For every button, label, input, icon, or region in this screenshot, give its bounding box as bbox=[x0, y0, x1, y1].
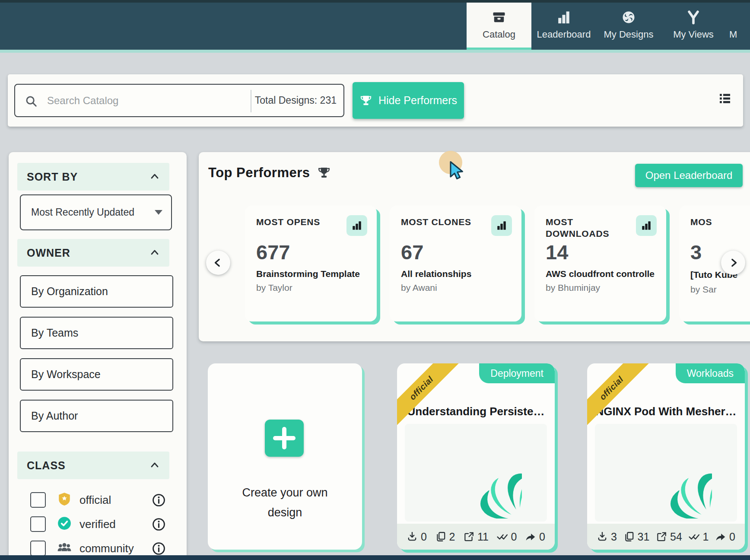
carousel-prev-button[interactable] bbox=[206, 251, 230, 275]
official-checkbox[interactable] bbox=[30, 492, 46, 508]
catalog-page: Catalog Leaderboard bbox=[0, 0, 750, 560]
search-icon bbox=[25, 95, 38, 109]
class-header[interactable]: CLASS bbox=[17, 452, 169, 479]
double-check-icon bbox=[689, 531, 700, 542]
tab-label: Catalog bbox=[483, 29, 515, 40]
type-badge[interactable]: Deployment bbox=[479, 363, 555, 383]
verified-checkbox[interactable] bbox=[30, 516, 46, 532]
by-organization-button[interactable]: By Organization bbox=[20, 275, 173, 308]
open-icon bbox=[656, 531, 667, 542]
verify-stat[interactable]: 1 bbox=[689, 531, 709, 543]
design-card-understanding-persistent[interactable]: official Deployment Understanding Persis… bbox=[397, 363, 555, 550]
by-workspace-button[interactable]: By Workspace bbox=[20, 358, 173, 391]
list-view-icon[interactable] bbox=[718, 92, 732, 107]
performer-card-most-clones[interactable]: MOST CLONES 67 All relationships by Awan… bbox=[390, 206, 521, 321]
class-item-label: community bbox=[79, 542, 134, 555]
plus-icon[interactable] bbox=[265, 420, 304, 457]
class-item-label: official bbox=[79, 493, 111, 507]
stat-value: 0 bbox=[421, 531, 427, 543]
sort-dropdown-value: Most Recently Updated bbox=[31, 207, 134, 218]
share-stat[interactable]: 0 bbox=[715, 531, 735, 543]
info-icon[interactable] bbox=[152, 518, 165, 531]
total-designs-count: Total Designs: 231 bbox=[255, 85, 337, 116]
sort-by-header[interactable]: SORT BY bbox=[17, 163, 169, 191]
double-check-icon bbox=[497, 531, 508, 542]
stat-value: 0 bbox=[729, 531, 735, 543]
trophy-icon bbox=[359, 94, 372, 107]
chart-icon bbox=[491, 215, 512, 236]
performer-card-most-downloads[interactable]: MOST DOWNLOADS 14 AWS cloudfront control… bbox=[534, 206, 666, 321]
create-label-line2: design bbox=[208, 503, 362, 522]
design-author: by Bhuminjay bbox=[546, 283, 655, 293]
clone-stat[interactable]: 31 bbox=[623, 531, 650, 543]
tab-my-designs[interactable]: My Designs bbox=[596, 0, 661, 50]
meshery-spiral-icon bbox=[620, 427, 712, 519]
chevron-up-icon[interactable] bbox=[149, 460, 160, 471]
class-item-label: verified bbox=[79, 518, 116, 531]
button-label: By Organization bbox=[31, 285, 108, 298]
design-author: by Sar bbox=[690, 284, 750, 295]
type-badge[interactable]: Workloads bbox=[676, 363, 745, 383]
owner-label: OWNER bbox=[27, 247, 70, 259]
tab-label: My Views bbox=[673, 29, 714, 40]
search-box[interactable]: Total Designs: 231 bbox=[14, 84, 344, 117]
nav-tabs: Catalog Leaderboard bbox=[467, 0, 750, 50]
stat-value: 2 bbox=[449, 531, 455, 543]
tab-leaderboard[interactable]: Leaderboard bbox=[531, 0, 596, 50]
chevron-up-icon[interactable] bbox=[149, 248, 160, 258]
tab-label: Leaderboard bbox=[537, 29, 591, 40]
hide-performers-label: Hide Performers bbox=[378, 94, 457, 107]
performer-card-most-opens[interactable]: MOST OPENS 677 Brainstorming Template by… bbox=[245, 206, 377, 321]
design-stats: 3 31 54 1 0 bbox=[587, 524, 745, 550]
stat-value: 11 bbox=[477, 531, 489, 543]
community-checkbox[interactable] bbox=[30, 541, 46, 556]
meshery-spiral-icon bbox=[621, 10, 636, 25]
info-icon[interactable] bbox=[152, 493, 165, 507]
class-filter-verified[interactable]: verified bbox=[26, 513, 181, 535]
by-teams-button[interactable]: By Teams bbox=[20, 317, 173, 349]
class-filter-official[interactable]: official bbox=[26, 489, 181, 511]
archive-icon bbox=[491, 10, 507, 25]
by-author-button[interactable]: By Author bbox=[20, 400, 173, 432]
open-stat[interactable]: 54 bbox=[656, 531, 682, 543]
open-stat[interactable]: 11 bbox=[463, 531, 489, 543]
download-icon bbox=[597, 531, 608, 542]
download-stat[interactable]: 0 bbox=[407, 531, 427, 543]
verify-stat[interactable]: 0 bbox=[497, 531, 517, 543]
metric-label: MOST CLONES bbox=[401, 216, 483, 240]
button-label: By Teams bbox=[31, 327, 78, 339]
metric-value: 677 bbox=[256, 240, 365, 265]
stat-value: 0 bbox=[539, 531, 545, 543]
search-input[interactable] bbox=[46, 86, 232, 115]
share-stat[interactable]: 0 bbox=[525, 531, 545, 543]
design-thumbnail bbox=[405, 424, 547, 522]
design-name: All relationships bbox=[401, 269, 510, 279]
chart-icon bbox=[346, 215, 367, 236]
views-y-icon bbox=[686, 10, 701, 25]
official-ribbon: official bbox=[587, 363, 655, 431]
hide-performers-button[interactable]: Hide Performers bbox=[353, 82, 464, 119]
tab-truncated[interactable]: M bbox=[726, 0, 750, 50]
download-stat[interactable]: 3 bbox=[597, 531, 617, 543]
stat-value: 3 bbox=[611, 531, 617, 543]
design-author: by Awani bbox=[401, 283, 510, 293]
official-ribbon: official bbox=[397, 363, 464, 431]
chevron-down-icon bbox=[155, 210, 162, 215]
create-design-card[interactable]: Create your own design bbox=[208, 363, 362, 550]
design-author: by Taylor bbox=[256, 283, 365, 293]
owner-header[interactable]: OWNER bbox=[17, 239, 169, 267]
info-icon[interactable] bbox=[152, 542, 165, 555]
top-performers-title: Top Performers bbox=[208, 165, 331, 181]
stat-value: 1 bbox=[703, 531, 709, 543]
sort-dropdown[interactable]: Most Recently Updated bbox=[20, 194, 172, 230]
sort-by-label: SORT BY bbox=[27, 171, 78, 183]
button-label: By Workspace bbox=[31, 368, 101, 381]
design-card-nginx-pod[interactable]: official Workloads NGINX Pod With Mesher… bbox=[587, 363, 745, 550]
clone-stat[interactable]: 2 bbox=[435, 531, 455, 543]
open-leaderboard-button[interactable]: Open Leaderboard bbox=[635, 164, 743, 187]
chevron-up-icon[interactable] bbox=[149, 172, 160, 182]
carousel-next-button[interactable] bbox=[721, 251, 745, 275]
class-label: CLASS bbox=[27, 459, 66, 472]
tab-catalog[interactable]: Catalog bbox=[467, 0, 531, 50]
tab-my-views[interactable]: My Views bbox=[661, 0, 726, 50]
